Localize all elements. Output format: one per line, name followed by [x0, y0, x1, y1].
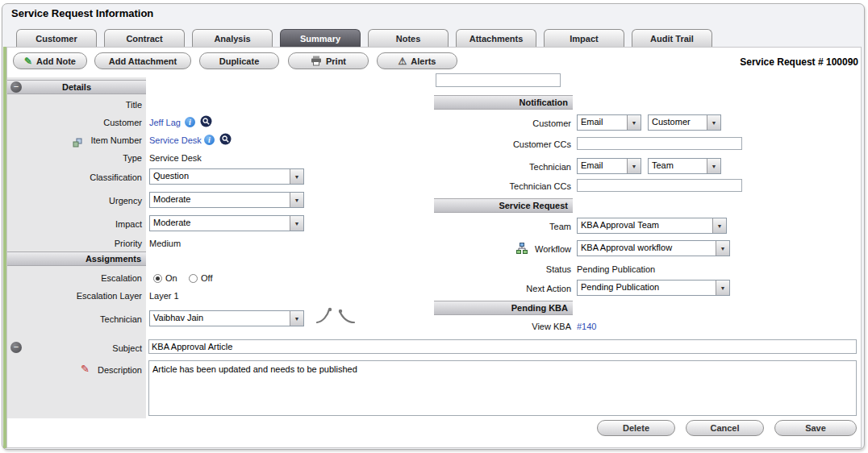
classification-value: Question [150, 169, 290, 184]
customer-ccs-input[interactable] [577, 137, 742, 150]
notification-section-header: Notification [434, 95, 573, 110]
notify-customer-method-value: Email [578, 115, 627, 130]
notify-technician-recipient-select[interactable]: Team ▼ [648, 158, 721, 174]
tab-impact[interactable]: Impact [544, 29, 624, 48]
item-info-icon[interactable]: i [204, 135, 215, 145]
chevron-down-icon: ▼ [716, 281, 729, 295]
item-number-label: Item Number [16, 135, 142, 145]
escalation-label: Escalation [16, 273, 142, 283]
chevron-down-icon: ▼ [290, 216, 303, 231]
next-action-label: Next Action [452, 284, 571, 293]
type-value: Service Desk [149, 153, 202, 163]
customer-info-icon[interactable]: i [185, 117, 195, 127]
escalate-icon[interactable] [315, 307, 334, 328]
escalation-on-radio[interactable] [153, 274, 162, 283]
alerts-label: Alerts [411, 56, 436, 66]
alerts-button[interactable]: ⚠ Alerts [377, 52, 457, 69]
subject-label: Subject [16, 343, 142, 353]
chevron-down-icon: ▼ [707, 159, 720, 173]
chevron-down-icon: ▼ [627, 115, 641, 130]
details-section-header: Details [7, 80, 146, 94]
customer-link[interactable]: Jeff Lag [149, 118, 181, 127]
item-search-icon[interactable] [219, 133, 232, 148]
customer-ccs-label: Customer CCs [452, 139, 571, 149]
notify-technician-recipient-value: Team [649, 159, 707, 173]
technician-value: Vaibhav Jain [150, 311, 290, 326]
workflow-label: Workflow [452, 244, 571, 254]
chevron-down-icon: ▼ [290, 311, 303, 326]
team-label: Team [452, 222, 571, 231]
notify-customer-label: Customer [452, 118, 571, 128]
chevron-down-icon: ▼ [290, 193, 303, 207]
tab-summary[interactable]: Summary [280, 29, 361, 48]
escalation-layer-label: Escalation Layer [16, 291, 142, 301]
item-number-link[interactable]: Service Desk [149, 135, 202, 145]
technician-label: Technician [16, 314, 142, 324]
assignments-section-header: Assignments [7, 251, 146, 266]
escalation-off-label: Off [201, 273, 212, 283]
view-kba-link[interactable]: #140 [577, 322, 596, 331]
chevron-down-icon: ▼ [712, 218, 726, 233]
description-label: Description [16, 365, 142, 375]
add-note-button[interactable]: ✎ Add Note [13, 52, 87, 69]
title-label: Title [16, 100, 142, 110]
urgency-select[interactable]: Moderate ▼ [149, 192, 304, 208]
add-attachment-label: Add Attachment [109, 56, 177, 66]
impact-select[interactable]: Moderate ▼ [149, 215, 304, 231]
tab-contract[interactable]: Contract [104, 29, 185, 48]
urgency-label: Urgency [16, 196, 142, 206]
urgency-value: Moderate [150, 193, 290, 207]
cancel-button[interactable]: Cancel [686, 420, 764, 436]
priority-label: Priority [16, 239, 142, 248]
duplicate-button[interactable]: Duplicate [199, 52, 279, 69]
priority-value: Medium [149, 239, 181, 248]
pending-kba-section-header: Pending KBA [434, 301, 573, 315]
title-input[interactable] [436, 73, 561, 87]
notify-customer-recipient-select[interactable]: Customer ▼ [648, 114, 721, 131]
team-value: KBA Approval Team [578, 218, 712, 233]
subject-input[interactable] [148, 339, 857, 354]
add-attachment-button[interactable]: Add Attachment [94, 52, 191, 69]
customer-search-icon[interactable] [200, 115, 212, 131]
save-button[interactable]: Save [774, 420, 857, 436]
status-label: Status [452, 264, 571, 274]
next-action-select[interactable]: Pending Publication ▼ [577, 280, 730, 296]
tab-customer[interactable]: Customer [16, 29, 97, 48]
team-select[interactable]: KBA Approval Team ▼ [577, 218, 727, 234]
notify-customer-method-select[interactable]: Email ▼ [577, 114, 641, 131]
chevron-down-icon: ▼ [290, 169, 303, 184]
view-kba-label: View KBA [452, 322, 571, 331]
status-value: Pending Publication [577, 264, 655, 274]
service-request-section-header: Service Request [434, 198, 573, 213]
notify-technician-method-select[interactable]: Email ▼ [577, 158, 641, 174]
request-number: Service Request # 100090 [686, 56, 858, 68]
print-button[interactable]: Print [288, 52, 369, 69]
tab-audit-trail[interactable]: Audit Trail [632, 29, 712, 48]
workflow-select[interactable]: KBA Approval workflow ▼ [577, 240, 730, 256]
notify-technician-label: Technician [452, 162, 571, 172]
escalation-layer-value: Layer 1 [149, 291, 179, 301]
tab-notes[interactable]: Notes [368, 29, 449, 48]
add-note-icon: ✎ [24, 56, 32, 67]
notify-technician-method-value: Email [578, 159, 627, 173]
notify-customer-recipient-value: Customer [649, 115, 707, 130]
classification-select[interactable]: Question ▼ [149, 168, 304, 185]
chevron-down-icon: ▼ [707, 115, 720, 130]
escalation-off-radio[interactable] [189, 274, 198, 283]
add-note-label: Add Note [36, 56, 76, 66]
type-label: Type [16, 153, 142, 163]
technician-select[interactable]: Vaibhav Jain ▼ [149, 310, 304, 326]
deescalate-icon[interactable] [338, 309, 356, 328]
delete-button[interactable]: Delete [597, 420, 675, 436]
customer-label: Customer [16, 118, 142, 127]
print-label: Print [326, 56, 346, 66]
description-textarea[interactable]: Article has been updated and needs to be… [148, 360, 857, 416]
tab-analysis[interactable]: Analysis [192, 29, 273, 48]
classification-label: Classification [16, 172, 142, 182]
impact-label: Impact [16, 219, 142, 229]
technician-ccs-input[interactable] [577, 179, 742, 192]
technician-ccs-label: Technician CCs [452, 181, 571, 191]
collapse-details-icon[interactable]: − [10, 81, 22, 93]
tab-attachments[interactable]: Attachments [456, 29, 536, 48]
workflow-value: KBA Approval workflow [578, 241, 716, 256]
